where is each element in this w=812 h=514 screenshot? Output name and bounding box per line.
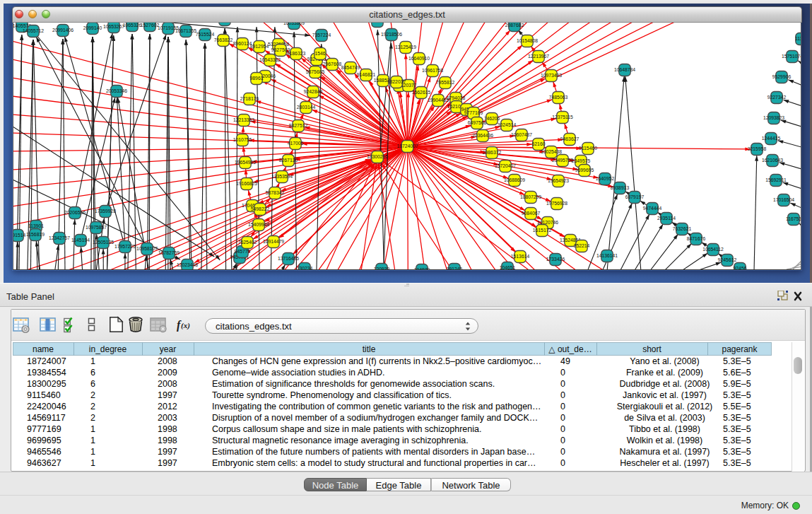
svg-text:6879197: 6879197 bbox=[625, 194, 645, 199]
svg-text:8938913: 8938913 bbox=[611, 185, 630, 190]
svg-text:7955812: 7955812 bbox=[436, 80, 455, 85]
svg-text:14136141: 14136141 bbox=[596, 253, 618, 258]
svg-text:3215958: 3215958 bbox=[748, 146, 767, 151]
svg-text:12093823: 12093823 bbox=[763, 115, 784, 120]
svg-text:19904485: 19904485 bbox=[428, 98, 449, 103]
svg-text:19654923: 19654923 bbox=[548, 178, 569, 183]
svg-text:19756928: 19756928 bbox=[546, 201, 567, 206]
svg-text:417006: 417006 bbox=[288, 141, 304, 146]
svg-text:15409948: 15409948 bbox=[248, 222, 269, 227]
svg-text:12375115: 12375115 bbox=[552, 115, 573, 119]
svg-text:12505135: 12505135 bbox=[93, 240, 114, 245]
svg-text:16671355: 16671355 bbox=[175, 28, 196, 33]
svg-text:9463627: 9463627 bbox=[560, 136, 579, 141]
svg-text:1156819: 1156819 bbox=[26, 232, 45, 237]
svg-text:9115460: 9115460 bbox=[579, 146, 597, 151]
svg-text:12023448: 12023448 bbox=[177, 262, 198, 267]
svg-text:13353594: 13353594 bbox=[271, 174, 293, 179]
svg-text:10975857: 10975857 bbox=[86, 225, 107, 230]
svg-text:10958107: 10958107 bbox=[136, 246, 158, 251]
svg-text:16033809: 16033809 bbox=[283, 23, 305, 25]
svg-text:1010755: 1010755 bbox=[233, 137, 252, 142]
svg-text:10973493: 10973493 bbox=[541, 73, 562, 78]
svg-text:10607487: 10607487 bbox=[511, 132, 532, 137]
svg-text:7357224: 7357224 bbox=[312, 33, 331, 37]
svg-text:10653267: 10653267 bbox=[103, 24, 124, 29]
svg-text:19166825: 19166825 bbox=[236, 181, 257, 186]
svg-text:10654112: 10654112 bbox=[702, 247, 724, 252]
svg-text:9084067: 9084067 bbox=[522, 211, 541, 216]
svg-text:8186323: 8186323 bbox=[287, 51, 306, 56]
svg-text:13716485: 13716485 bbox=[278, 256, 299, 261]
svg-text:(x): (x) bbox=[181, 321, 190, 330]
svg-text:2986372: 2986372 bbox=[483, 150, 502, 155]
svg-text:1546: 1546 bbox=[314, 51, 325, 56]
svg-text:9227342: 9227342 bbox=[767, 95, 787, 100]
svg-text:113901: 113901 bbox=[28, 223, 44, 228]
svg-text:1145194: 1145194 bbox=[71, 238, 90, 243]
svg-text:17016504: 17016504 bbox=[773, 197, 794, 202]
svg-text:1733426: 1733426 bbox=[546, 257, 565, 262]
svg-text:20991406: 20991406 bbox=[52, 28, 73, 33]
svg-text:9245612: 9245612 bbox=[718, 257, 737, 262]
svg-text:5875685: 5875685 bbox=[306, 69, 325, 74]
svg-text:20364436: 20364436 bbox=[472, 133, 493, 138]
svg-text:10688609: 10688609 bbox=[504, 177, 525, 182]
svg-text:10961758: 10961758 bbox=[422, 68, 443, 73]
svg-text:2349575: 2349575 bbox=[572, 158, 591, 163]
svg-text:1562615: 1562615 bbox=[412, 90, 431, 95]
svg-text:1527602: 1527602 bbox=[141, 23, 160, 28]
svg-text:18300295: 18300295 bbox=[367, 154, 388, 159]
svg-text:1244415: 1244415 bbox=[762, 136, 781, 141]
svg-text:9529906: 9529906 bbox=[772, 74, 792, 79]
svg-text:10154808: 10154808 bbox=[517, 38, 538, 43]
svg-text:104879: 104879 bbox=[414, 267, 430, 270]
svg-text:116753: 116753 bbox=[786, 216, 801, 221]
svg-text:746206: 746206 bbox=[484, 116, 500, 121]
svg-text:8912954: 8912954 bbox=[250, 44, 269, 49]
svg-text:18724007: 18724007 bbox=[396, 144, 418, 148]
svg-text:104651: 104651 bbox=[500, 265, 516, 270]
svg-text:23495758: 23495758 bbox=[552, 158, 573, 163]
svg-text:1065326: 1065326 bbox=[123, 23, 142, 28]
svg-text:252214: 252214 bbox=[574, 243, 590, 248]
svg-text:1640952: 1640952 bbox=[596, 176, 615, 181]
svg-text:5878342: 5878342 bbox=[266, 190, 285, 195]
svg-text:6497568: 6497568 bbox=[468, 120, 487, 125]
svg-text:17359928: 17359928 bbox=[95, 209, 116, 214]
svg-text:7515524: 7515524 bbox=[196, 32, 215, 37]
svg-text:2803144: 2803144 bbox=[297, 105, 316, 110]
svg-text:16914479: 16914479 bbox=[263, 239, 284, 244]
svg-text:16543382: 16543382 bbox=[259, 57, 281, 62]
svg-text:20053346: 20053346 bbox=[106, 88, 127, 93]
svg-text:2718176: 2718176 bbox=[240, 96, 259, 101]
svg-text:8960124: 8960124 bbox=[233, 41, 252, 46]
svg-text:9146821: 9146821 bbox=[357, 72, 376, 77]
svg-text:9777169: 9777169 bbox=[464, 110, 483, 115]
svg-text:14055712: 14055712 bbox=[23, 28, 44, 33]
svg-text:9474444: 9474444 bbox=[643, 206, 662, 211]
svg-text:18807299: 18807299 bbox=[520, 194, 541, 199]
svg-text:130234: 130234 bbox=[297, 266, 313, 270]
svg-text:15692911: 15692911 bbox=[765, 177, 787, 182]
svg-text:8471676: 8471676 bbox=[687, 236, 706, 241]
svg-text:17957225: 17957225 bbox=[114, 244, 136, 249]
svg-text:7663822: 7663822 bbox=[214, 37, 233, 42]
svg-text:98961: 98961 bbox=[250, 76, 264, 81]
svg-text:9242848: 9242848 bbox=[304, 89, 323, 94]
svg-text:945779: 945779 bbox=[235, 249, 251, 254]
svg-text:15720407: 15720407 bbox=[495, 163, 516, 168]
svg-text:2087682: 2087682 bbox=[505, 23, 524, 28]
svg-text:2099140: 2099140 bbox=[83, 25, 102, 30]
svg-text:12342757: 12342757 bbox=[49, 235, 70, 240]
svg-text:5498222: 5498222 bbox=[251, 206, 270, 211]
svg-text:8267130: 8267130 bbox=[279, 158, 298, 163]
svg-text:2935114: 2935114 bbox=[657, 216, 676, 221]
svg-text:12213967: 12213967 bbox=[528, 54, 549, 59]
svg-text:8813054: 8813054 bbox=[368, 23, 387, 23]
svg-text:16782759: 16782759 bbox=[158, 250, 180, 255]
svg-text:16210643: 16210643 bbox=[762, 158, 783, 163]
svg-text:13125419: 13125419 bbox=[395, 45, 416, 49]
svg-text:1513614: 1513614 bbox=[511, 254, 530, 259]
svg-text:991245: 991245 bbox=[447, 267, 463, 270]
